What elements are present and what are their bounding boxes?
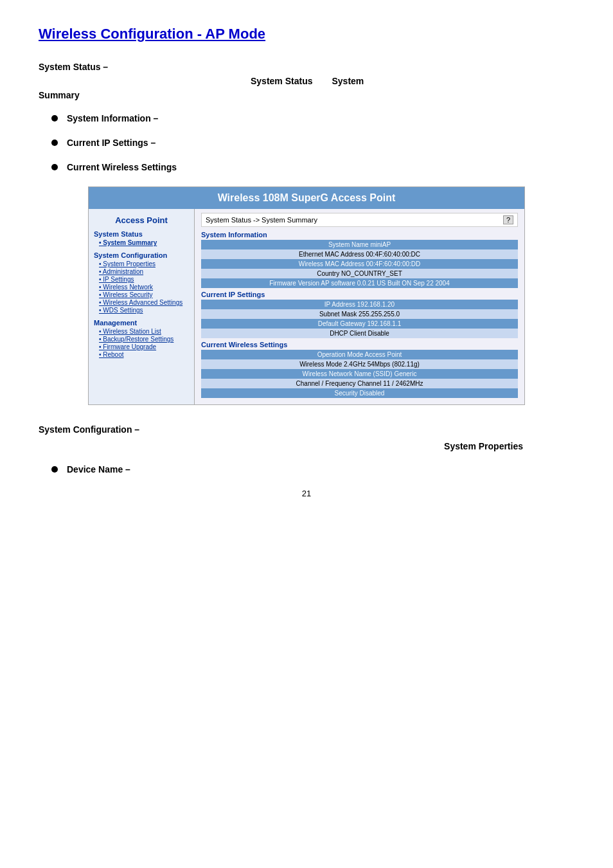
nav-item-wireless-network[interactable]: • Wireless Network [99,284,189,291]
system-info-label: System Information [201,231,518,239]
nav-item-reboot[interactable]: • Reboot [99,351,189,358]
system-status-heading: System Status – [39,62,574,72]
table-row: Subnet Mask 255.255.255.0 [201,309,518,319]
nav-section-system-status: System Status [94,230,189,238]
bullet-dot [51,466,58,473]
table-row: Wireless Network Name (SSID) Generic [201,369,518,379]
table-row: Firmware Version AP software 0.0.21 US B… [201,278,518,288]
bullet-current-ip: Current IP Settings – [51,138,574,148]
device-panel: Wireless 108M SuperG Access Point Access… [88,186,525,405]
table-row: Security Disabled [201,388,518,398]
table-row: System Name miniAP [201,240,518,249]
sidebar-nav: Access Point System Status • System Summ… [89,209,195,404]
table-row: Ethernet MAC Address 00:4F:60:40:00:DC [201,249,518,259]
current-wireless-label: Current Wireless Settings [201,341,518,348]
current-ip-label: Current IP Settings [201,291,518,298]
table-row: Default Gateway 192.168.1.1 [201,319,518,329]
bullet-system-information: System Information – [51,113,574,123]
table-row: Country NO_COUNTRY_SET [201,269,518,278]
breadcrumb-text: System Status -> System Summary [206,216,317,224]
bullet-current-wireless: Current Wireless Settings [51,162,574,172]
table-row: Channel / Frequency Channel 11 / 2462MHz [201,379,518,388]
system-config-heading: System Configuration – [39,424,574,435]
bullet-device-name: Device Name – [51,464,574,475]
bottom-bullet-list: Device Name – [51,464,574,475]
nav-item-backup-restore[interactable]: • Backup/Restore Settings [99,336,189,343]
nav-section-system-config: System Configuration [94,251,189,259]
current-wireless-table: Operation Mode Access Point Wireless Mod… [201,350,518,398]
summary-subheading: Summary [39,90,574,100]
nav-title: Access Point [94,215,189,225]
nav-section-management: Management [94,319,189,327]
bullet-dot [51,164,58,170]
help-button[interactable]: ? [503,215,513,224]
system-info-table: System Name miniAP Ethernet MAC Address … [201,240,518,288]
nav-item-system-summary[interactable]: • System Summary [99,239,189,246]
inline-label-system: System [332,76,364,86]
table-row: IP Address 192.168.1.20 [201,300,518,309]
bullet-dot [51,140,58,146]
page-number: 21 [39,489,574,498]
nav-item-station-list[interactable]: • Wireless Station List [99,328,189,335]
sys-props-label: System Properties [39,441,523,451]
nav-item-wds-settings[interactable]: • WDS Settings [99,307,189,314]
inline-label-system-status: System Status [251,76,312,86]
nav-item-ip-settings[interactable]: • IP Settings [99,276,189,283]
main-content: System Status -> System Summary ? System… [195,209,524,404]
nav-item-system-properties[interactable]: • System Properties [99,260,189,267]
page-title: Wireless Configuration - AP Mode [39,26,574,42]
top-bullet-list: System Information – Current IP Settings… [51,113,574,172]
current-ip-table: IP Address 192.168.1.20 Subnet Mask 255.… [201,300,518,338]
table-row: DHCP Client Disable [201,329,518,338]
bullet-dot [51,115,58,122]
table-row: Operation Mode Access Point [201,350,518,359]
nav-item-wireless-security[interactable]: • Wireless Security [99,291,189,298]
nav-item-firmware-upgrade[interactable]: • Firmware Upgrade [99,343,189,350]
device-panel-header: Wireless 108M SuperG Access Point [89,187,524,209]
breadcrumb-bar: System Status -> System Summary ? [201,213,518,227]
table-row: Wireless MAC Address 00:4F:60:40:00:DD [201,259,518,269]
system-config-section: System Configuration – System Properties… [39,424,574,475]
table-row: Wireless Mode 2.4GHz 54Mbps (802.11g) [201,359,518,369]
nav-item-wireless-advanced[interactable]: • Wireless Advanced Settings [99,299,189,306]
nav-item-administration[interactable]: • Administration [99,268,189,275]
